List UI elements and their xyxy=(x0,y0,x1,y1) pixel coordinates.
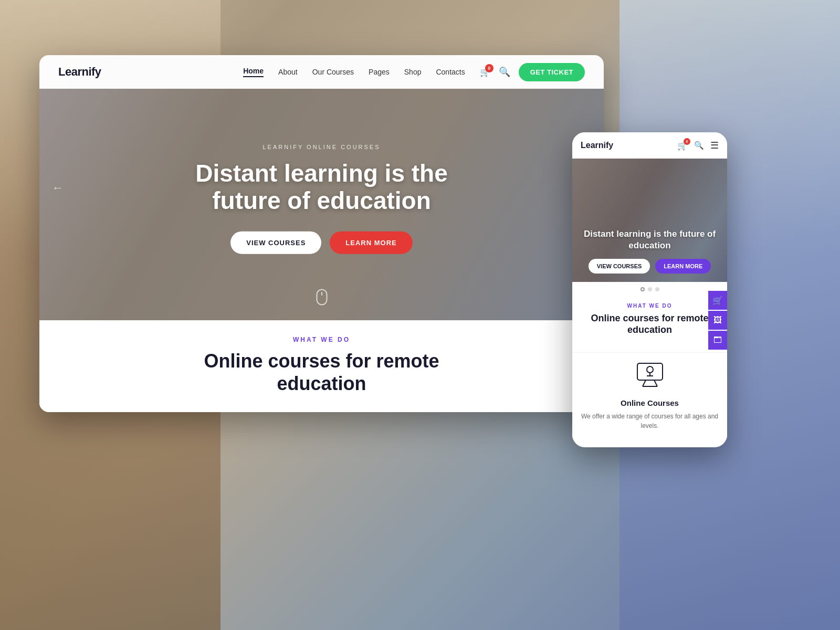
section-title: Online courses for remote education xyxy=(58,350,585,395)
mobile-card-text: We offer a wide range of courses for all… xyxy=(581,412,719,430)
dot-3[interactable] xyxy=(655,287,659,291)
nav-link-contacts[interactable]: Contacts xyxy=(436,68,465,76)
mobile-hero-buttons: VIEW COURSES LEARN MORE xyxy=(581,259,719,274)
mobile-cart-badge: 0 xyxy=(684,138,690,145)
nav-link-shop[interactable]: Shop xyxy=(404,68,422,76)
mobile-learn-more-button[interactable]: LEARN MORE xyxy=(655,259,711,274)
nav-links: Home About Our Courses Pages Shop Contac… xyxy=(243,67,465,77)
desktop-hero: Learnify Home About Our Courses Pages Sh… xyxy=(39,55,604,320)
svg-point-6 xyxy=(647,366,653,373)
hero-title: Distant learning is the future of educat… xyxy=(170,159,474,215)
svg-rect-2 xyxy=(637,363,663,380)
mobile-card-icon xyxy=(581,361,719,393)
scroll-mouse-icon xyxy=(316,289,328,309)
hero-content: LEARNIFY ONLINE COURSES Distant learning… xyxy=(170,143,474,254)
cart-badge: 0 xyxy=(485,64,494,72)
nav-link-about[interactable]: About xyxy=(278,68,298,76)
desktop-bottom-section: WHAT WE DO Online courses for remote edu… xyxy=(39,320,604,407)
view-courses-button[interactable]: VIEW COURSES xyxy=(230,232,321,254)
arrow-left-icon: ← xyxy=(52,181,64,194)
nav-actions: 🛒 0 🔍 GET TICKET xyxy=(480,63,585,81)
dot-2[interactable] xyxy=(648,287,652,291)
nav-link-pages[interactable]: Pages xyxy=(369,68,390,76)
search-icon[interactable]: 🔍 xyxy=(499,66,510,78)
mobile-hero: Distant learning is the future of educat… xyxy=(572,159,727,282)
mobile-section-title: Online courses for remote education xyxy=(581,313,719,335)
mobile-what-we-do-section: WHAT WE DO Online courses for remote edu… xyxy=(572,295,727,352)
mobile-courses-card: Online Courses We offer a wide range of … xyxy=(572,352,727,439)
mobile-nav-icons: 🛒 0 🔍 ☰ xyxy=(677,140,719,151)
mobile-carousel-dots xyxy=(572,282,727,295)
mobile-logo: Learnify xyxy=(581,141,672,150)
mobile-what-label: WHAT WE DO xyxy=(581,303,719,309)
mobile-card-title: Online Courses xyxy=(581,398,719,407)
svg-line-4 xyxy=(654,380,657,386)
svg-rect-1 xyxy=(321,292,322,296)
mobile-search-icon[interactable]: 🔍 xyxy=(694,141,704,150)
learn-more-button[interactable]: LEARN MORE xyxy=(330,232,412,254)
cart-icon-wrap[interactable]: 🛒 0 xyxy=(480,67,490,77)
hero-subtitle: LEARNIFY ONLINE COURSES xyxy=(170,143,474,150)
mobile-hero-title: Distant learning is the future of educat… xyxy=(581,228,719,251)
nav-link-courses[interactable]: Our Courses xyxy=(312,68,354,76)
nav-link-home[interactable]: Home xyxy=(243,67,264,77)
float-cart-button[interactable]: 🛒 xyxy=(708,291,727,310)
svg-rect-0 xyxy=(317,290,327,305)
desktop-nav: Learnify Home About Our Courses Pages Sh… xyxy=(39,55,604,89)
mobile-menu-icon[interactable]: ☰ xyxy=(710,140,719,151)
float-window-button[interactable]: 🗔 xyxy=(708,331,727,350)
mobile-hero-content: Distant learning is the future of educat… xyxy=(572,220,727,282)
desktop-mockup: Learnify Home About Our Courses Pages Sh… xyxy=(39,55,604,412)
mobile-float-icons: 🛒 🖼 🗔 xyxy=(708,291,727,350)
get-ticket-button[interactable]: GET TICKET xyxy=(519,63,585,81)
nav-logo: Learnify xyxy=(58,65,101,79)
hero-buttons: VIEW COURSES LEARN MORE xyxy=(170,232,474,254)
float-image-button[interactable]: 🖼 xyxy=(708,311,727,330)
svg-line-3 xyxy=(643,380,646,386)
mobile-cart-wrap[interactable]: 🛒 0 xyxy=(677,141,688,151)
what-we-do-label: WHAT WE DO xyxy=(58,336,585,343)
hero-prev-arrow[interactable]: ← xyxy=(52,181,64,195)
mobile-mockup: Learnify 🛒 0 🔍 ☰ Distant learning is the… xyxy=(572,132,727,447)
mobile-nav: Learnify 🛒 0 🔍 ☰ xyxy=(572,132,727,159)
mobile-view-courses-button[interactable]: VIEW COURSES xyxy=(589,259,650,274)
dot-1[interactable] xyxy=(640,287,645,291)
